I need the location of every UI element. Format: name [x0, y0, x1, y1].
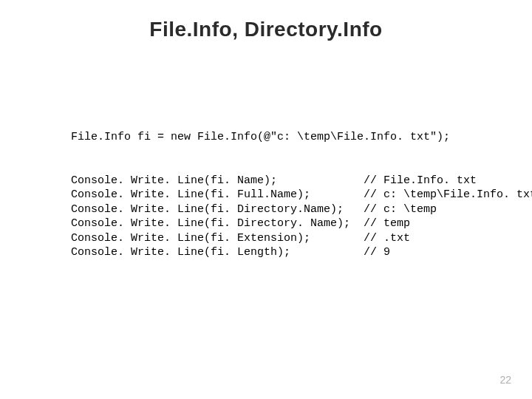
code-line-3-comment: // temp: [364, 217, 410, 230]
code-block: File.Info fi = new File.Info(@"c: \temp\…: [71, 130, 532, 260]
code-line-0-comment: // File.Info. txt: [364, 174, 477, 187]
slide: File.Info, Directory.Info File.Info fi =…: [0, 0, 532, 399]
code-line-2-stmt: Console. Write. Line(fi. Directory.Name)…: [71, 203, 344, 216]
code-line-3-stmt: Console. Write. Line(fi. Directory. Name…: [71, 217, 350, 230]
code-line-1-comment: // c: \temp\File.Info. txt: [364, 188, 532, 201]
code-line-5-comment: // 9: [364, 246, 390, 259]
slide-title: File.Info, Directory.Info: [0, 0, 532, 41]
code-line-4-stmt: Console. Write. Line(fi. Extension);: [71, 232, 310, 245]
code-line-4-comment: // .txt: [364, 232, 410, 245]
code-line-2-comment: // c: \temp: [364, 203, 437, 216]
page-number: 22: [499, 374, 511, 386]
code-line-0-stmt: Console. Write. Line(fi. Name);: [71, 174, 277, 187]
code-line-1-stmt: Console. Write. Line(fi. Full.Name);: [71, 188, 310, 201]
code-line-5-stmt: Console. Write. Line(fi. Length);: [71, 246, 290, 259]
code-declaration: File.Info fi = new File.Info(@"c: \temp\…: [71, 131, 450, 143]
